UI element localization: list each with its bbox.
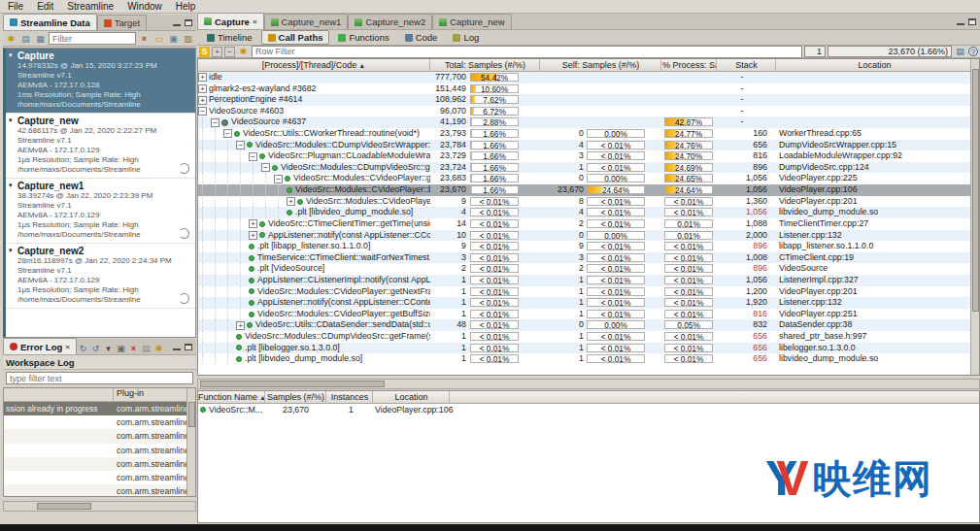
maximize-icon[interactable] [185,19,192,26]
call-path-row[interactable]: AppListener::notify(const AppListener::C… [198,297,972,309]
call-path-row[interactable]: +VideoSrc::Modules::CVideoPlayer::getNex… [198,196,972,208]
disclosure-triangle-icon[interactable]: ▾ [9,51,13,59]
error-log-col-message[interactable] [4,388,114,401]
col-fn-location[interactable]: Location [374,391,450,404]
clear-red-x-icon[interactable]: × [138,33,151,45]
call-path-row[interactable]: +glmark2-es2-wayland #3682151,44910.60%- [198,83,972,95]
call-path-row[interactable]: −VideoSrc::Modules::CDumpVideoSrc::getFr… [198,162,972,174]
expand-icon[interactable]: + [198,96,207,105]
menu-edit[interactable]: Edit [37,1,53,12]
expand-icon[interactable]: + [198,73,207,82]
error-log-row[interactable]: com.arm.streamline.c [4,471,195,484]
collapse-all-icon[interactable]: ▤ [19,33,32,45]
collapse-icon[interactable]: − [236,141,245,149]
expand-icon[interactable]: + [236,321,245,330]
call-path-row[interactable]: .plt [libvideo_dump_module.so]1< 0.01%1<… [198,353,972,365]
call-path-row[interactable]: −VideoSource #463741,1902.88%42.87%- [198,116,972,128]
import-log-icon[interactable]: ↺ [89,343,102,354]
collapse-icon[interactable]: − [223,129,232,138]
call-path-row[interactable]: VideoSrc::Modules::CVideoPlayer::getBuff… [198,309,972,320]
match-count-box[interactable]: 1 [804,46,826,57]
error-log-row[interactable]: com.arm.streamline.c [4,484,195,497]
call-path-row[interactable]: VideoSrc::Modules::CDumpVideoSrc::getFra… [198,331,972,343]
call-path-row[interactable]: −VideoSrc::Plugman::CLoadableModuleWrapp… [198,150,972,162]
save-view-icon[interactable]: ▤ [954,46,966,57]
expand-icon[interactable]: + [249,231,257,240]
refresh-icon[interactable] [179,228,189,239]
disclosure-triangle-icon[interactable]: ▾ [9,116,13,124]
viewtab-log[interactable]: Log [446,30,486,45]
filter-sparkle-icon[interactable]: ✱ [237,46,250,57]
expand-icon[interactable]: + [198,84,207,93]
viewtab-call-paths[interactable]: Call Paths [261,30,330,45]
call-paths-vscrollbar[interactable] [970,59,979,375]
restore-log-icon[interactable]: ✱ [152,343,165,354]
collapse-icon[interactable]: − [249,152,257,161]
archive-icon[interactable]: ▥ [182,33,194,45]
tab-error-log[interactable]: Error Log × [3,338,77,354]
minimize-icon[interactable] [173,348,181,350]
call-path-row[interactable]: .plt [libvideo_dump_module.so]4< 0.01%4<… [198,207,972,218]
menu-streamline[interactable]: Streamline [67,1,114,12]
call-path-row[interactable]: .plt [libapp_listener.so.1.1.0.0]9< 0.01… [198,241,972,252]
col-fn-instances[interactable]: Instances [327,391,373,404]
open-folder-icon[interactable]: ▭ [152,33,165,45]
expand-all-rows-icon[interactable]: + [212,47,222,57]
minimize-icon[interactable] [957,23,964,25]
error-log-hscrollbar[interactable] [3,501,196,512]
call-path-row[interactable]: −VideoSrc::Utils::CWorkerThread::routine… [198,128,972,140]
error-log-row[interactable]: com.arm.streamline.c [4,444,195,457]
col-process-thread-code[interactable]: [Process]/[Thread]/Code▲ [198,59,430,72]
editor-tab-capture_new1[interactable]: Capture_new1 [264,14,349,29]
export-log-icon[interactable]: ↻ [77,343,89,354]
collapse-icon[interactable]: − [211,118,220,127]
call-path-row[interactable]: +VideoSrc::CTimeClientTimer::getTime(uns… [198,218,972,230]
tab-target[interactable]: Target [97,15,147,30]
viewtab-code[interactable]: Code [398,30,445,45]
error-log-row[interactable]: com.arm.streamline.c [4,415,195,429]
error-log-col-plugin[interactable]: Plug-in [114,388,195,401]
collapse-all-rows-icon[interactable]: − [224,47,235,57]
maximize-icon[interactable] [185,344,192,350]
maximize-icon[interactable] [968,18,976,25]
call-path-row[interactable]: .plt [VideoSource]2< 0.01%2< 0.01%< 0.01… [198,263,972,275]
call-path-row[interactable]: +idle777,70054.42%- [198,72,972,83]
call-path-row[interactable]: .plt [libelogger.so.1.3.0.0]1< 0.01%1< 0… [198,343,972,354]
expand-icon[interactable]: + [249,219,257,228]
function-row[interactable]: VideoSrc::M...23,6701VideoPlayer.cpp:106 [198,404,979,415]
import-icon[interactable]: ▣ [167,33,180,45]
expand-icon[interactable]: + [287,197,295,206]
viewtab-functions[interactable]: Functions [331,30,395,45]
capture-item[interactable]: ▾Capture_new42.686117s @ Jan 22, 2020 2:… [6,114,195,179]
call-path-row[interactable]: VideoSrc::Modules::CVideoPlayer::getNext… [198,286,972,298]
capture-item[interactable]: ▾Capture14.978332s @ Jan 15, 2020 3:27:2… [6,49,195,114]
col-self-samples[interactable]: Self: Samples (#/%) [541,59,661,72]
call-path-row[interactable]: VideoSrc::Modules::CVideoPlayer::bgr2uyv… [198,184,972,196]
col-location[interactable]: Location [777,59,972,72]
error-log-row[interactable]: ssion already in progresscom.arm.streaml… [4,402,195,415]
tab-streamline-data[interactable]: Streamline Data [3,14,97,30]
minimize-icon[interactable] [173,24,181,26]
disclosure-triangle-icon[interactable]: ▾ [9,247,13,254]
call-path-row[interactable]: AppListener::CListenerImpl::notify(const… [198,275,972,286]
viewtab-timeline[interactable]: Timeline [200,30,259,45]
close-icon[interactable]: × [253,17,257,26]
call-path-row[interactable]: −VideoSrc::Modules::CVideoPlayer::getFra… [198,173,972,184]
col-fn-samples[interactable]: Samples (#/%) [266,391,326,404]
menu-window[interactable]: Window [127,1,162,12]
menu-help[interactable]: Help [176,1,196,12]
col-total-samples[interactable]: Total: Samples (#/%) [431,59,540,72]
call-paths-hscrollbar[interactable] [197,379,980,389]
disclosure-triangle-icon[interactable]: ▾ [9,182,13,189]
call-path-row[interactable]: +AppListener::notify(const AppListener::… [198,230,972,242]
error-log-vscrollbar[interactable] [186,388,195,496]
row-filter-input[interactable] [252,46,802,58]
call-path-row[interactable]: −VideoSrc::Modules::CDumpVideoSrcWrapper… [198,140,972,151]
error-log-filter-input[interactable] [6,372,193,384]
delete-log-icon[interactable]: × [127,343,140,354]
expand-all-icon[interactable]: ▦ [34,33,47,45]
call-path-row[interactable]: +VideoSrc::Utils::CDataSender::sendData(… [198,319,972,331]
call-path-row[interactable]: +PerceptionEngine #4614108,9627.62%- [198,94,972,106]
editor-tab-capture_new[interactable]: Capture_new [432,14,512,29]
call-path-row[interactable]: TimeService::CTimeClient::waitForNexTime… [198,252,972,264]
